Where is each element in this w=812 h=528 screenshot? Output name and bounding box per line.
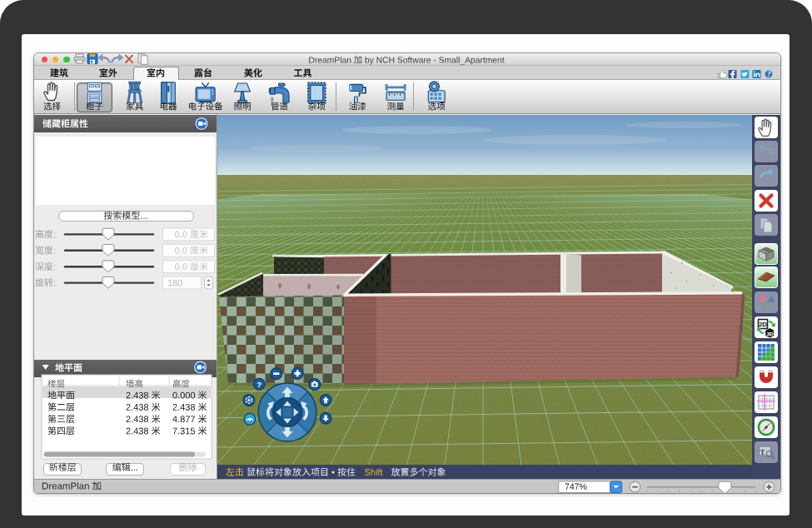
svg-text:2D: 2D bbox=[759, 321, 767, 328]
svg-text:?: ? bbox=[767, 71, 770, 78]
svg-text:?: ? bbox=[257, 380, 262, 389]
svg-text:T: T bbox=[760, 448, 765, 456]
svg-text:3D: 3D bbox=[767, 331, 774, 336]
